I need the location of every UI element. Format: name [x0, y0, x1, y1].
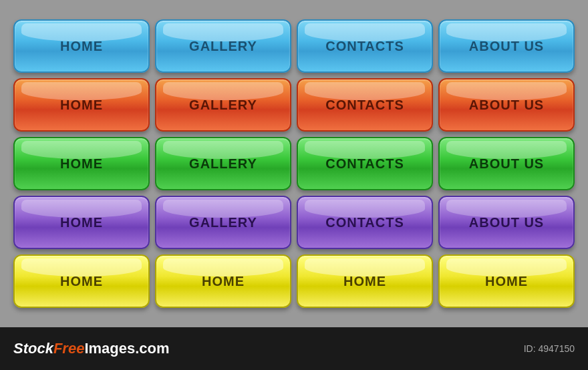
btn-purple-about[interactable]: ABOUT US — [438, 196, 575, 249]
watermark-bar: StockFreeImages.com ID: 4947150 — [0, 327, 588, 370]
btn-red-gallery[interactable]: GALLERY — [155, 78, 291, 132]
btn-purple-contacts[interactable]: CONTACTS — [297, 196, 433, 249]
btn-green-contacts[interactable]: CONTACTS — [297, 137, 433, 190]
btn-blue-home[interactable]: HOME — [13, 19, 150, 73]
watermark-text: StockFreeImages.com — [13, 340, 170, 357]
watermark-stock: Stock — [13, 340, 53, 357]
btn-yellow-2[interactable]: HOME — [155, 254, 291, 308]
btn-yellow-1[interactable]: HOME — [13, 254, 150, 308]
btn-purple-gallery[interactable]: GALLERY — [155, 196, 291, 249]
watermark-free: Free — [53, 340, 84, 357]
btn-blue-about[interactable]: ABOUT US — [438, 19, 575, 73]
btn-green-home[interactable]: HOME — [13, 137, 150, 190]
button-grid: HOME GALLERY CONTACTS ABOUT US HOME GALL… — [0, 0, 588, 327]
row-blue: HOME GALLERY CONTACTS ABOUT US — [13, 19, 575, 73]
btn-yellow-4[interactable]: HOME — [438, 254, 575, 308]
btn-red-about[interactable]: ABOUT US — [438, 78, 575, 132]
row-purple: HOME GALLERY CONTACTS ABOUT US — [13, 196, 575, 249]
watermark-images: Images.com — [84, 340, 169, 357]
btn-yellow-3[interactable]: HOME — [297, 254, 433, 308]
watermark-id: ID: 4947150 — [524, 343, 575, 354]
row-red: HOME GALLERY CONTACTS ABOUT US — [13, 78, 575, 132]
row-yellow: HOME HOME HOME HOME — [13, 254, 575, 308]
btn-blue-contacts[interactable]: CONTACTS — [297, 19, 433, 73]
btn-purple-home[interactable]: HOME — [13, 196, 150, 249]
row-green: HOME GALLERY CONTACTS ABOUT US — [13, 137, 575, 190]
btn-green-gallery[interactable]: GALLERY — [155, 137, 291, 190]
btn-green-about[interactable]: ABOUT US — [438, 137, 575, 190]
btn-red-home[interactable]: HOME — [13, 78, 150, 132]
btn-red-contacts[interactable]: CONTACTS — [297, 78, 433, 132]
btn-blue-gallery[interactable]: GALLERY — [155, 19, 291, 73]
